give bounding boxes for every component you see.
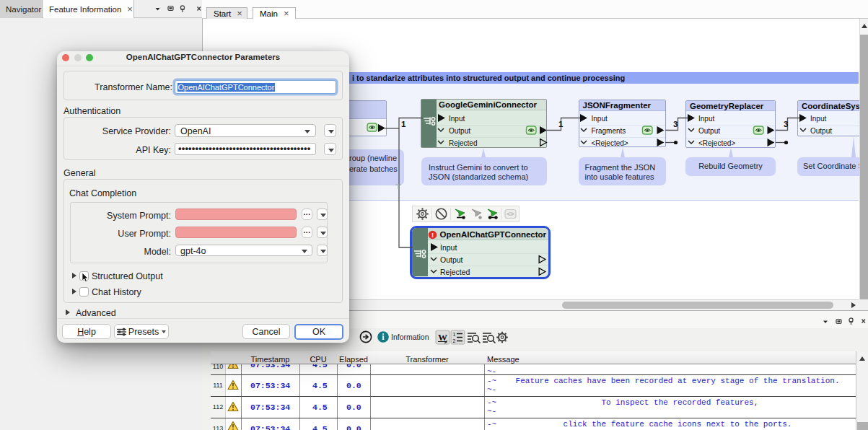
- svg-text:Information: Information: [391, 333, 429, 341]
- svg-text:2: 2: [453, 338, 456, 343]
- svg-text:3: 3: [784, 120, 788, 128]
- svg-text:3: 3: [673, 120, 678, 128]
- svg-text:!: !: [431, 231, 434, 239]
- svg-text:1: 1: [453, 332, 456, 337]
- svg-text:1: 1: [401, 120, 406, 128]
- svg-text:1: 1: [558, 120, 564, 128]
- svg-text:W: W: [438, 332, 447, 343]
